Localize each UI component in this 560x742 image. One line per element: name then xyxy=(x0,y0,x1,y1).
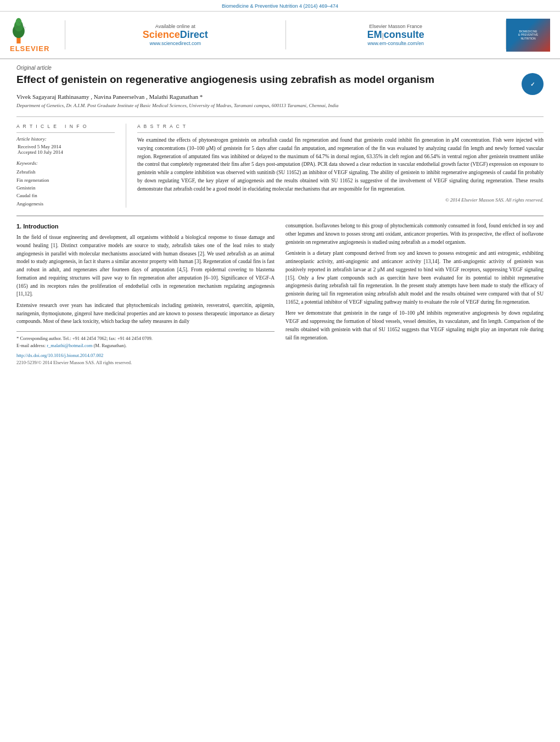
journal-header: Biomedicine & Preventive Nutrition 4 (20… xyxy=(0,0,560,12)
body-para-3: consumption. Isoflavones belong to this … xyxy=(285,222,544,246)
title-text: Effect of genistein on regenerative angi… xyxy=(16,74,434,85)
affiliation-line: Department of Genetics, Dr. A.I.M. Post … xyxy=(16,102,544,114)
email-name: (M. Ragunathan). xyxy=(94,343,127,348)
received-date: Received 5 May 2014 xyxy=(18,144,115,149)
cover-text: BIOMEDICINE& PREVENTIVENUTRITION xyxy=(518,30,538,41)
body-para-2: Extensive research over years has indica… xyxy=(16,302,275,326)
footnote-area: * Corresponding author. Tel.: +91 44 245… xyxy=(16,331,275,366)
body-para-4: Genistein is a dietary plant compound de… xyxy=(285,249,544,306)
doi-line[interactable]: http://dx.doi.org/10.1016/j.bionut.2014.… xyxy=(16,352,275,359)
available-online-text: Available online at xyxy=(76,24,275,29)
authors-line: Vivek Sagayaraj Rathinasamy , Navina Pan… xyxy=(16,91,544,102)
healing-word: healing xyxy=(33,243,48,248)
direct-text: Direct xyxy=(180,29,208,40)
article-info-heading: A R T I C L E I N F O xyxy=(16,124,115,129)
em-url[interactable]: www.em-consulte.com/en xyxy=(297,41,495,46)
sciencedirect-box: Available online at ScienceDirect www.sc… xyxy=(65,20,286,49)
crossmark-icon: ✓ xyxy=(530,81,535,88)
info-col-divider xyxy=(16,132,115,133)
abstract-divider xyxy=(137,132,544,133)
body-para-1: In the field of tissue engineering and d… xyxy=(16,233,275,298)
article-history-label: Article history: xyxy=(16,136,115,142)
journal-cover: BIOMEDICINE& PREVENTIVENUTRITION xyxy=(506,19,550,52)
keyword-zebrafish: Zebrafish xyxy=(16,168,115,176)
elsevier-logo: ELSEVIER xyxy=(10,17,65,53)
keyword-caudal-fin: Caudal fin xyxy=(16,192,115,199)
body-para-5: Here we demonstrate that genistein in th… xyxy=(285,309,544,342)
info-abstract-columns: A R T I C L E I N F O Article history: R… xyxy=(16,120,544,208)
science-text: Science xyxy=(143,29,180,40)
elsevier-tree-icon xyxy=(10,17,48,44)
section1-heading: 1. Introduction xyxy=(16,222,275,231)
masson-label: Elsevier Masson France xyxy=(297,24,495,29)
keywords-section: Keywords: Zebrafish Fin regeneration Gen… xyxy=(16,160,115,208)
svg-point-3 xyxy=(15,18,21,26)
keyword-fin-regen: Fin regeneration xyxy=(16,176,115,184)
email-address[interactable]: r_malathi@hotmail.com xyxy=(47,343,92,348)
main-content: Original article Effect of genistein on … xyxy=(0,59,560,366)
top-bar: ELSEVIER Available online at ScienceDire… xyxy=(0,12,560,59)
em-brand: EM|consulte xyxy=(297,29,495,41)
body-columns: 1. Introduction In the field of tissue e… xyxy=(16,222,544,366)
body-right-col: consumption. Isoflavones belong to this … xyxy=(285,222,544,366)
accepted-date: Accepted 10 July 2014 xyxy=(18,149,115,155)
abstract-col: A B S T R A C T We examined the effects … xyxy=(126,124,544,208)
keyword-genistein: Genistein xyxy=(16,184,115,192)
footnote-corresponding: * Corresponding author. Tel.: +91 44 245… xyxy=(16,335,275,342)
elsevier-label: ELSEVIER xyxy=(10,44,49,53)
issn-line: 2210-5239/© 2014 Elsevier Masson SAS. Al… xyxy=(16,359,275,366)
crossmark-badge: ✓ xyxy=(522,73,544,95)
body-left-col: 1. Introduction In the field of tissue e… xyxy=(16,222,275,366)
footnote-email-line: E-mail address: r_malathi@hotmail.com (M… xyxy=(16,342,275,349)
copyright-line: © 2014 Elsevier Masson SAS. All rights r… xyxy=(137,197,544,203)
article-type: Original article xyxy=(16,59,544,73)
sciencedirect-brand: ScienceDirect xyxy=(76,29,275,41)
abstract-text: We examined the effects of phytoestrogen… xyxy=(137,136,544,193)
sd-url[interactable]: www.sciencedirect.com xyxy=(76,41,275,46)
info-divider xyxy=(16,116,544,117)
keyword-angiogenesis: Angiogenesis xyxy=(16,200,115,208)
keywords-label: Keywords: xyxy=(16,160,115,166)
article-info-col: A R T I C L E I N F O Article history: R… xyxy=(16,124,126,208)
article-title: Effect of genistein on regenerative angi… xyxy=(16,73,544,91)
elsevier-masson-box: Elsevier Masson France EM|consulte www.e… xyxy=(286,20,507,49)
body-divider xyxy=(16,215,544,216)
abstract-heading: A B S T R A C T xyxy=(137,124,544,129)
email-label: E-mail address: xyxy=(16,343,46,348)
journal-name: Biomedicine & Preventive Nutrition 4 (20… xyxy=(222,3,338,9)
